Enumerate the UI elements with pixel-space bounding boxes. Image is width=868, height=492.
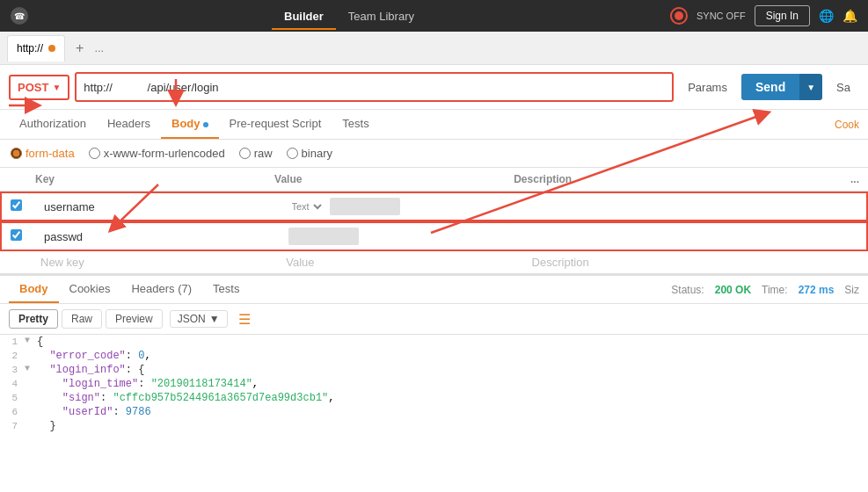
resp-tab-headers[interactable]: Headers (7) (120, 276, 202, 303)
tab-tests[interactable]: Tests (332, 110, 379, 139)
save-button[interactable]: Sa (828, 76, 859, 99)
response-tabs: Body Cookies Headers (7) Tests Status: 2… (0, 276, 868, 304)
request-tabs: Authorization Headers Body Pre-request S… (0, 110, 868, 140)
code-line-2: 2 "error_code": 0, (0, 349, 868, 363)
view-toggle: Pretty Raw Preview JSON ▼ ☰ (0, 304, 868, 335)
row2-key: passwd (37, 230, 288, 243)
sync-off-label: SYNC OFF (697, 11, 746, 21)
phone-icon[interactable]: ☎ (11, 7, 28, 25)
json-chevron: ▼ (209, 313, 220, 325)
tab-builder[interactable]: Builder (272, 3, 336, 30)
header-check (9, 173, 35, 185)
nav-left: ☎ (11, 7, 28, 25)
header-more: ... (833, 173, 859, 185)
code-line-3: 3 ▼ "login_info": { (0, 363, 868, 377)
new-key-placeholder: New key (9, 256, 286, 269)
top-nav: ☎ Builder Team Library SYNC OFF Sign In … (0, 0, 868, 32)
code-line-5: 5 "sign": "cffcb957b5244961a3657d7ea99d3… (0, 391, 868, 405)
tab-dot (48, 45, 55, 52)
header-desc: Description (514, 173, 833, 185)
tab-prerequest[interactable]: Pre-request Script (219, 110, 332, 139)
status-info: Status: 200 OK Time: 272 ms Siz (671, 284, 859, 296)
raw-button[interactable]: Raw (62, 309, 102, 329)
url-input-wrapper (75, 72, 674, 102)
add-tab-button[interactable]: + (70, 40, 89, 56)
row1-key: username (37, 200, 288, 213)
new-val-placeholder: Value (286, 256, 531, 269)
header-value: Value (274, 173, 514, 185)
status-value: 200 OK (715, 284, 751, 296)
row1-checkbox[interactable] (11, 199, 22, 211)
url-input[interactable] (84, 81, 665, 94)
status-label: Status: (671, 284, 704, 296)
row1-value-box (330, 198, 400, 215)
form-data-option[interactable]: form-data (11, 147, 75, 160)
code-view: 1 ▼ { 2 "error_code": 0, 3 ▼ "login_info… (0, 335, 868, 431)
tab-team-library[interactable]: Team Library (336, 3, 427, 30)
row1-value: Text File (288, 198, 533, 215)
code-line-1: 1 ▼ { (0, 335, 868, 349)
format-icon[interactable]: ☰ (238, 311, 251, 328)
sign-in-button[interactable]: Sign In (755, 5, 810, 26)
nav-right: SYNC OFF Sign In 🌐 🔔 (670, 5, 857, 26)
request-row: POST ▼ Params Send ▼ Sa (0, 65, 868, 110)
code-line-7: 7 } (0, 419, 868, 431)
header-key: Key (35, 173, 274, 185)
row2-checkbox[interactable] (11, 229, 22, 241)
url-tab-bar: http:// + ... (0, 32, 868, 65)
preview-button[interactable]: Preview (106, 309, 163, 329)
code-line-4: 4 "login_time": "20190118173414", (0, 377, 868, 391)
nav-center: Builder Team Library (272, 3, 427, 30)
new-key-row: New key Value Description (0, 251, 868, 273)
tab-body[interactable]: Body (161, 110, 219, 139)
row2-value-box (288, 228, 359, 245)
method-selector[interactable]: POST ▼ (9, 75, 69, 100)
pretty-button[interactable]: Pretty (9, 309, 58, 329)
params-button[interactable]: Params (679, 76, 736, 99)
sync-icon[interactable] (670, 7, 688, 25)
form-row-passwd: passwd (0, 221, 868, 251)
body-dot (203, 122, 208, 127)
size-label: Siz (844, 284, 859, 296)
method-label: POST (18, 81, 48, 94)
raw-option[interactable]: raw (239, 147, 273, 160)
tab-authorization[interactable]: Authorization (9, 110, 97, 139)
body-options: form-data x-www-form-urlencoded raw bina… (0, 140, 868, 168)
tab-headers[interactable]: Headers (97, 110, 161, 139)
urlencoded-option[interactable]: x-www-form-urlencoded (89, 147, 225, 160)
binary-option[interactable]: binary (287, 147, 332, 160)
resp-tab-cookies[interactable]: Cookies (59, 276, 121, 303)
resp-tab-tests[interactable]: Tests (202, 276, 250, 303)
resp-tab-body[interactable]: Body (9, 276, 59, 303)
code-line-6: 6 "userId": 9786 (0, 405, 868, 419)
send-btn-group: Send ▼ (741, 74, 822, 100)
new-desc-placeholder: Description (532, 256, 859, 269)
bell-icon[interactable]: 🔔 (842, 9, 857, 23)
time-value: 272 ms (799, 284, 835, 296)
form-row-username: username Text File (0, 192, 868, 221)
method-chevron: ▼ (52, 83, 61, 92)
globe-icon[interactable]: 🌐 (819, 9, 834, 23)
more-tabs-button[interactable]: ... (94, 41, 104, 54)
row1-type[interactable]: Text File (288, 200, 325, 213)
json-selector[interactable]: JSON ▼ (170, 310, 228, 328)
row2-value (288, 228, 533, 245)
form-table-header: Key Value Description ... (0, 168, 868, 192)
send-dropdown-button[interactable]: ▼ (799, 74, 822, 100)
cookies-link[interactable]: Cook (835, 119, 859, 131)
url-tab[interactable]: http:// (7, 35, 65, 62)
url-tab-text: http:// (17, 42, 43, 54)
response-section: Body Cookies Headers (7) Tests Status: 2… (0, 273, 868, 431)
send-button[interactable]: Send (741, 74, 799, 100)
time-label: Time: (762, 284, 788, 296)
